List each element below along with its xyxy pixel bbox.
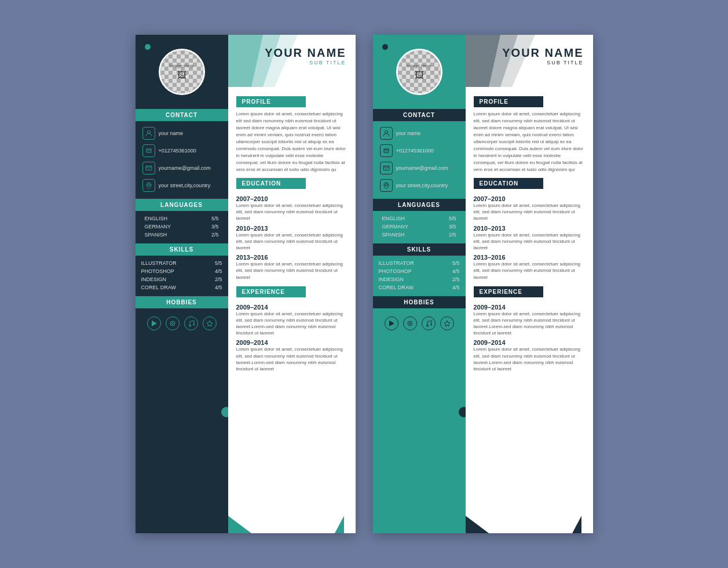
contact-item: your street,city,country xyxy=(136,177,228,194)
cv-card-card1: Image Here 🖼 CONTACT your name +01274536… xyxy=(136,35,356,533)
lang-name: GERMANY xyxy=(382,224,409,230)
lang-level: 2/5 xyxy=(449,232,456,238)
exp-period: 2009–2014 xyxy=(474,339,585,346)
education-item: 2010–2013 Lorem ipsum dolor sit amet, co… xyxy=(236,225,347,252)
bottom-deco xyxy=(228,516,356,533)
skill-name: COREL DRAW xyxy=(141,285,176,290)
experience-item: 2009–2014 Lorem ipsum dolor sit amet, co… xyxy=(474,304,585,337)
lang-name: SPANISH xyxy=(145,232,167,238)
skill-name: PHOTOSHOP xyxy=(141,268,174,274)
skill-name: COREL DRAW xyxy=(379,285,414,290)
contact-text-3: your street,city,country xyxy=(396,183,448,188)
cv-main: YOUR NAME SUB TITLE PROFILE Lorem ipsum … xyxy=(466,35,593,533)
contact-text-2: yourname@gmail.com xyxy=(396,165,448,171)
edu-text: Lorem ipsum dolor sit amet, consectetuer… xyxy=(236,232,347,252)
contact-text-2: yourname@gmail.com xyxy=(159,165,211,171)
contact-item: your name xyxy=(373,125,466,142)
contact-icon-3 xyxy=(380,179,393,192)
svg-point-17 xyxy=(409,323,411,325)
skill-item: ILLUSTRATOR 5/5 xyxy=(136,259,228,267)
languages-header: LANGUAGES xyxy=(373,199,466,211)
svg-point-4 xyxy=(170,321,175,326)
skill-level: 4/5 xyxy=(452,285,460,290)
experience-item: 2009–2014 Lorem ipsum dolor sit amet, co… xyxy=(236,339,347,372)
skill-item: INDESIGN 2/5 xyxy=(373,275,466,283)
svg-point-16 xyxy=(408,321,412,326)
exp-text: Lorem ipsum dolor sit amet, consectetuer… xyxy=(236,346,347,372)
contact-header: CONTACT xyxy=(373,109,466,121)
bottom-tri-right xyxy=(572,516,581,533)
skill-item: COREL DRAW 4/5 xyxy=(373,283,466,292)
experience-item: 2009–2014 Lorem ipsum dolor sit amet, co… xyxy=(474,339,585,372)
hobby-icon-2 xyxy=(422,316,436,330)
profile-text: Lorem ipsum dolor sit amet, consectetuer… xyxy=(236,111,347,173)
header-subtitle: SUB TITLE xyxy=(500,60,584,65)
contact-item: +012745361000 xyxy=(136,142,228,159)
language-item: GERMANY 3/5 xyxy=(136,223,228,231)
skill-item: PHOTOSHOP 4/5 xyxy=(373,267,466,275)
exp-period: 2009–2014 xyxy=(474,304,585,311)
skill-level: 4/5 xyxy=(215,285,222,290)
cv-content: PROFILE Lorem ipsum dolor sit amet, cons… xyxy=(466,87,593,516)
edu-period: 2007–2010 xyxy=(474,195,585,202)
experience-header: EXPERIENCE xyxy=(236,286,306,297)
edu-text: Lorem ipsum dolor sit amet, consectetuer… xyxy=(474,261,585,281)
cv-sidebar: Image Here 🖼 CONTACT your name +01274536… xyxy=(373,35,466,533)
experience-item: 2009–2014 Lorem ipsum dolor sit amet, co… xyxy=(236,304,347,337)
avatar-checker: Image Here 🖼 xyxy=(398,50,441,93)
contact-icon-1 xyxy=(380,144,393,157)
skill-level: 2/5 xyxy=(215,276,222,282)
svg-marker-15 xyxy=(389,321,394,326)
skill-level: 4/5 xyxy=(452,268,460,274)
header-name-area: YOUR NAME SUB TITLE xyxy=(466,35,593,71)
svg-point-14 xyxy=(385,184,387,186)
bottom-deco xyxy=(466,516,593,533)
lang-level: 3/5 xyxy=(211,224,219,230)
exp-period: 2009–2014 xyxy=(236,304,347,311)
contact-item: yourname@gmail.com xyxy=(373,159,466,177)
svg-marker-20 xyxy=(444,321,450,326)
edu-period: 2013–2016 xyxy=(474,254,585,261)
avatar-area: Image Here 🖼 xyxy=(373,35,466,104)
contact-icon-3 xyxy=(142,179,155,192)
language-item: SPANISH 2/5 xyxy=(373,231,466,239)
exp-text: Lorem ipsum dolor sit amet, consectetuer… xyxy=(474,311,585,337)
edu-text: Lorem ipsum dolor sit amet, consectetuer… xyxy=(236,202,347,222)
skill-level: 4/5 xyxy=(215,268,222,274)
lang-name: ENGLISH xyxy=(382,216,405,221)
skill-item: INDESIGN 2/5 xyxy=(136,275,228,283)
header-name-area: YOUR NAME SUB TITLE xyxy=(228,35,356,71)
hobby-icon-0 xyxy=(147,316,161,330)
skill-name: ILLUSTRATOR xyxy=(379,260,414,266)
skill-name: ILLUSTRATOR xyxy=(141,260,177,266)
hobbies-icons xyxy=(147,312,217,335)
skill-item: ILLUSTRATOR 5/5 xyxy=(373,259,466,267)
cv-main: YOUR NAME SUB TITLE PROFILE Lorem ipsum … xyxy=(228,35,356,533)
education-item: 2007–2010 Lorem ipsum dolor sit amet, co… xyxy=(236,195,347,222)
edu-period: 2010–2013 xyxy=(474,225,585,232)
skill-item: COREL DRAW 4/5 xyxy=(136,283,228,292)
contact-icon-2 xyxy=(142,162,155,174)
svg-point-12 xyxy=(385,131,387,134)
education-item: 2007–2010 Lorem ipsum dolor sit amet, co… xyxy=(474,195,585,222)
page-container: Image Here 🖼 CONTACT your name +01274536… xyxy=(136,35,593,533)
contact-text-0: your name xyxy=(159,130,184,136)
education-item: 2013–2016 Lorem ipsum dolor sit amet, co… xyxy=(236,254,347,281)
hobby-icon-1 xyxy=(403,316,417,330)
avatar: Image Here 🖼 xyxy=(396,49,442,95)
skill-name: PHOTOSHOP xyxy=(379,268,412,274)
hobby-icon-1 xyxy=(166,316,180,330)
contact-item: +012745361000 xyxy=(373,142,466,159)
contact-text-0: your name xyxy=(396,130,421,136)
hobby-icon-2 xyxy=(184,316,198,330)
contact-text-3: your street,city,country xyxy=(159,183,211,188)
contact-item: your name xyxy=(136,125,228,142)
contact-text-1: +012745361000 xyxy=(396,148,434,154)
education-header: EDUCATION xyxy=(474,178,543,189)
contact-icon-1 xyxy=(142,144,155,157)
header-name: YOUR NAME xyxy=(263,46,346,60)
exp-text: Lorem ipsum dolor sit amet, consectetuer… xyxy=(474,346,585,372)
contact-item: your street,city,country xyxy=(373,177,466,194)
contact-item: yourname@gmail.com xyxy=(136,159,228,177)
experience-header: EXPERIENCE xyxy=(474,286,543,297)
